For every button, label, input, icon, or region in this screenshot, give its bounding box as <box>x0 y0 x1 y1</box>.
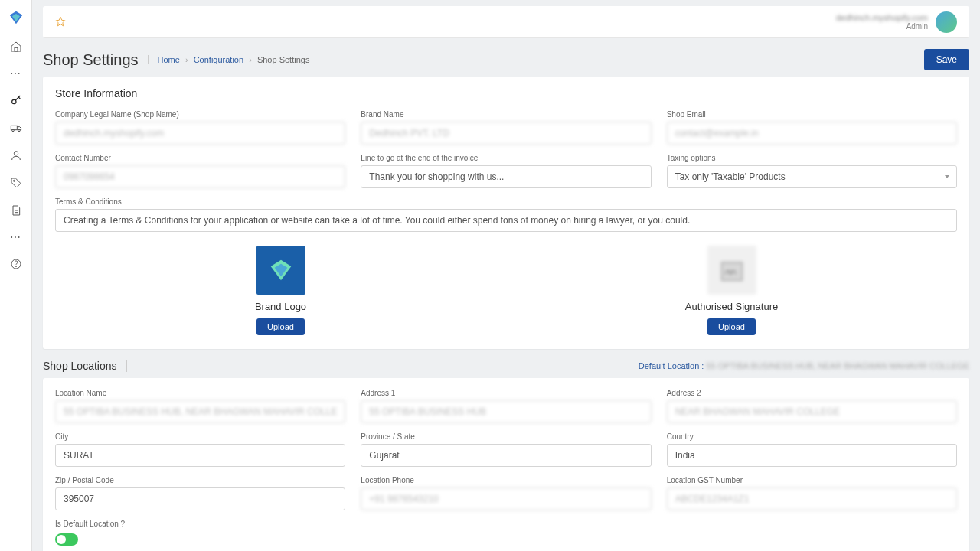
document-icon[interactable] <box>9 204 23 217</box>
avatar[interactable] <box>936 11 957 33</box>
user-shop-name: dedhinch.myshopify.com <box>836 13 928 22</box>
sidebar: ⋯ ⋯ <box>0 0 32 551</box>
company-input[interactable] <box>55 122 345 145</box>
brand-logo-image <box>256 246 305 295</box>
taxing-select[interactable]: Tax only 'Taxable' Products <box>667 165 957 188</box>
svg-rect-0 <box>15 47 18 51</box>
home-icon[interactable] <box>9 40 23 54</box>
upload-brand-logo-button[interactable]: Upload <box>256 318 305 335</box>
svg-point-3 <box>11 129 14 132</box>
brand-label: Brand Name <box>361 110 651 119</box>
phone-label: Location Phone <box>361 476 651 484</box>
email-input[interactable] <box>667 122 957 145</box>
user-icon[interactable] <box>9 148 23 162</box>
page-title: Shop Settings <box>43 51 139 69</box>
chevron-right-icon: › <box>185 55 188 64</box>
province-input[interactable] <box>361 444 651 467</box>
zip-input[interactable] <box>55 487 345 510</box>
invoice-line-input[interactable] <box>361 165 651 188</box>
shop-location-card: Location Name Address 1 Address 2 City P… <box>43 378 969 551</box>
svg-rect-2 <box>11 126 17 129</box>
svg-point-5 <box>14 152 18 155</box>
city-label: City <box>55 432 345 441</box>
breadcrumb-config[interactable]: Configuration <box>194 55 243 64</box>
topbar: dedhinch.myshopify.com Admin <box>43 6 969 38</box>
terms-label: Terms & Conditions <box>55 197 957 206</box>
addr2-label: Address 2 <box>667 389 957 397</box>
contact-label: Contact Number <box>55 154 345 162</box>
addr2-input[interactable] <box>667 400 957 423</box>
svg-point-6 <box>13 180 15 181</box>
key-icon[interactable] <box>9 93 23 107</box>
country-label: Country <box>667 432 957 441</box>
breadcrumb-current: Shop Settings <box>257 55 310 64</box>
svg-point-1 <box>11 99 15 103</box>
svg-point-10 <box>15 266 16 267</box>
loc-name-label: Location Name <box>55 389 345 397</box>
more-icon-2[interactable]: ⋯ <box>10 231 21 243</box>
save-button[interactable]: Save <box>924 49 969 70</box>
country-input[interactable] <box>667 444 957 467</box>
loc-name-input[interactable] <box>55 400 345 423</box>
truck-icon[interactable] <box>9 121 23 135</box>
brand-input[interactable] <box>361 122 651 145</box>
shop-locations-title: Shop Locations <box>43 360 127 372</box>
addr1-label: Address 1 <box>361 389 651 397</box>
svg-point-4 <box>18 129 20 132</box>
email-label: Shop Email <box>667 110 957 119</box>
help-icon[interactable] <box>9 257 23 271</box>
upload-signature-button[interactable]: Upload <box>707 318 756 335</box>
brand-logo-label: Brand Logo <box>255 301 306 312</box>
tag-icon[interactable] <box>9 176 23 190</box>
breadcrumb-home[interactable]: Home <box>158 55 180 64</box>
city-input[interactable] <box>55 444 345 467</box>
default-location-indicator: Default Location : 55 OPTIBA BUSINESS HU… <box>639 361 969 370</box>
phone-input[interactable] <box>361 487 651 510</box>
contact-input[interactable] <box>55 165 345 188</box>
terms-input[interactable] <box>55 209 957 232</box>
zip-label: Zip / Postal Code <box>55 476 345 484</box>
store-info-title: Store Information <box>55 87 957 99</box>
taxing-label: Taxing options <box>667 154 957 162</box>
more-icon-1[interactable]: ⋯ <box>10 67 21 80</box>
star-icon[interactable] <box>55 16 67 28</box>
addr1-input[interactable] <box>361 400 651 423</box>
invoice-line-label: Line to go at the end of the invoice <box>361 154 651 162</box>
default-toggle-label: Is Default Location ? <box>55 520 125 528</box>
chevron-right-icon: › <box>249 55 252 64</box>
store-info-card: Store Information Company Legal Name (Sh… <box>43 77 969 349</box>
signature-label: Authorised Signature <box>685 301 778 312</box>
signature-image <box>707 246 756 295</box>
province-label: Province / State <box>361 432 651 441</box>
company-label: Company Legal Name (Shop Name) <box>55 110 345 119</box>
app-logo[interactable] <box>8 9 24 26</box>
default-location-toggle[interactable] <box>55 533 78 546</box>
gst-label: Location GST Number <box>667 476 957 484</box>
breadcrumb: Home › Configuration › Shop Settings <box>148 55 310 64</box>
user-role: Admin <box>836 22 928 31</box>
gst-input[interactable] <box>667 487 957 510</box>
